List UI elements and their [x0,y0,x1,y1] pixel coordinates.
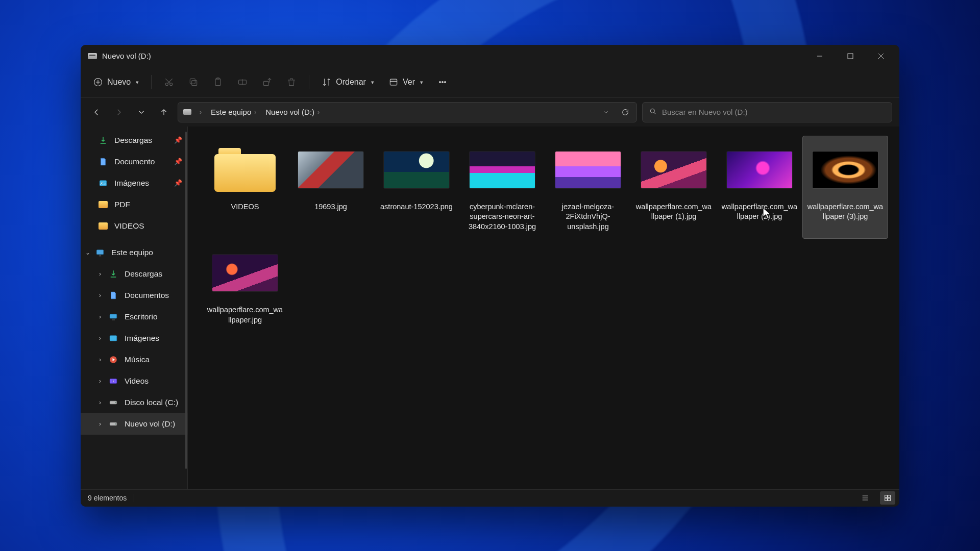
up-button[interactable] [155,104,173,121]
breadcrumb-sep[interactable]: › [197,107,205,118]
rename-button[interactable] [231,72,254,92]
drive-icon [108,397,118,408]
sidebar-item-videos-pc[interactable]: › Videos [81,370,187,392]
sidebar-item-images[interactable]: Imágenes 📌 [81,172,187,194]
forward-button[interactable] [110,104,128,121]
svg-rect-19 [110,335,117,341]
expand-icon[interactable]: › [96,335,104,342]
document-icon [108,290,118,300]
folder-icon [214,148,276,192]
close-button[interactable] [866,45,896,67]
titlebar[interactable]: Nuevo vol (D:) [81,45,899,67]
nav-row: › Este equipo › Nuevo vol (D:) › [81,98,899,127]
expand-icon[interactable]: › [96,270,104,278]
svg-point-13 [445,82,446,83]
svg-rect-26 [885,495,888,498]
download-icon [98,135,108,145]
sidebar-item-pdf[interactable]: PDF [81,194,187,215]
file-item[interactable]: wallpaperflare.com_wallpaper (1).jpg [631,136,717,239]
details-view-toggle[interactable] [857,491,873,505]
image-thumbnail [298,152,363,188]
sidebar-item-thispc[interactable]: ⌄ Este equipo [81,242,187,263]
status-bar: 9 elementos [81,489,899,507]
expand-icon[interactable]: › [96,313,104,320]
drive-icon [88,53,97,59]
cut-button[interactable] [158,72,180,92]
refresh-button[interactable] [617,104,633,120]
sidebar-item-videos-quick[interactable]: VIDEOS [81,215,187,237]
maximize-button[interactable] [835,45,866,67]
sidebar-item-disk-d[interactable]: › Nuevo vol (D:) [81,413,187,435]
more-icon [437,77,448,87]
file-name: wallpaperflare.com_wallpaper (1).jpg [635,202,712,222]
file-item[interactable]: wallpaperflare.com_wallpaper (3).jpg [802,136,888,239]
file-item[interactable]: wallpaperflare.com_wallpaper.jpg [202,239,288,332]
minimize-button[interactable] [804,45,835,67]
breadcrumb-root[interactable]: Este equipo › [208,106,259,118]
sidebar[interactable]: Descargas 📌 Documento 📌 Imágenes 📌 PDF [81,127,188,489]
sidebar-item-images-pc[interactable]: › Imágenes [81,328,187,349]
file-item[interactable]: wallpaperflare.com_wallpaper (2).jpg [717,136,802,239]
sidebar-item-label: Imágenes [125,334,159,343]
thumbnails-view-toggle[interactable] [880,491,895,505]
back-button[interactable] [88,104,105,121]
sidebar-item-music[interactable]: › Música [81,349,187,370]
file-item[interactable]: 19693.jpg [288,136,374,239]
file-item[interactable]: astronaut-152023.png [374,136,459,239]
paste-button[interactable] [207,72,229,92]
sort-label: Ordenar [336,78,366,87]
image-thumbnail [555,152,621,188]
svg-point-25 [115,423,116,424]
svg-point-14 [650,109,654,113]
svg-rect-4 [192,81,197,86]
search-box[interactable] [642,102,892,122]
address-dropdown[interactable] [598,104,614,120]
image-thumbnail [470,152,535,188]
expand-icon[interactable]: › [96,420,104,428]
svg-point-12 [442,82,444,83]
new-button[interactable]: Nuevo ▾ [87,72,145,92]
window-title: Nuevo vol (D:) [102,52,151,60]
content-area[interactable]: VIDEOS19693.jpgastronaut-152023.pngcyber… [188,127,899,489]
image-thumbnail [813,152,878,188]
sort-icon [322,77,332,87]
recent-button[interactable] [133,104,150,121]
image-icon [98,178,108,188]
expand-icon[interactable]: › [96,399,104,406]
expand-icon[interactable]: › [96,356,104,363]
folder-item[interactable]: VIDEOS [202,136,288,239]
view-button[interactable]: Ver ▾ [382,72,429,92]
breadcrumb-current[interactable]: Nuevo vol (D:) › [262,106,323,118]
delete-button[interactable] [280,72,303,92]
sidebar-item-downloads[interactable]: Descargas 📌 [81,130,187,151]
more-button[interactable] [431,72,454,92]
address-bar[interactable]: › Este equipo › Nuevo vol (D:) › [178,102,637,122]
sidebar-item-disk-c[interactable]: › Disco local (C:) [81,392,187,413]
drive-icon [108,419,118,429]
svg-rect-9 [264,81,269,85]
sidebar-item-documents[interactable]: Documento 📌 [81,151,187,172]
expand-icon[interactable]: ⌄ [84,249,92,256]
sidebar-item-desktop[interactable]: › Escritorio [81,306,187,328]
search-input[interactable] [662,108,886,116]
sidebar-item-label: Escritorio [125,312,158,321]
copy-button[interactable] [182,72,205,92]
expand-icon[interactable]: › [96,378,104,385]
share-button[interactable] [256,72,278,92]
svg-rect-28 [885,498,888,501]
svg-rect-15 [100,180,107,186]
file-name: jezael-melgoza-2FiXtdnVhjQ-unsplash.jpg [550,202,626,232]
svg-point-11 [439,82,441,83]
svg-rect-0 [848,54,853,59]
sidebar-item-label: Nuevo vol (D:) [125,419,175,429]
status-count: 9 elementos [88,494,127,502]
file-item[interactable]: cyberpunk-mclaren-supercars-neon-art-384… [459,136,545,239]
sidebar-item-label: Documentos [125,291,169,300]
sidebar-item-downloads-pc[interactable]: › Descargas [81,263,187,285]
document-icon [98,157,108,167]
sort-button[interactable]: Ordenar ▾ [315,72,380,92]
sidebar-item-documents-pc[interactable]: › Documentos [81,285,187,306]
file-item[interactable]: jezael-melgoza-2FiXtdnVhjQ-unsplash.jpg [545,136,631,239]
sidebar-item-label: Imágenes [114,179,149,188]
expand-icon[interactable]: › [96,292,104,299]
